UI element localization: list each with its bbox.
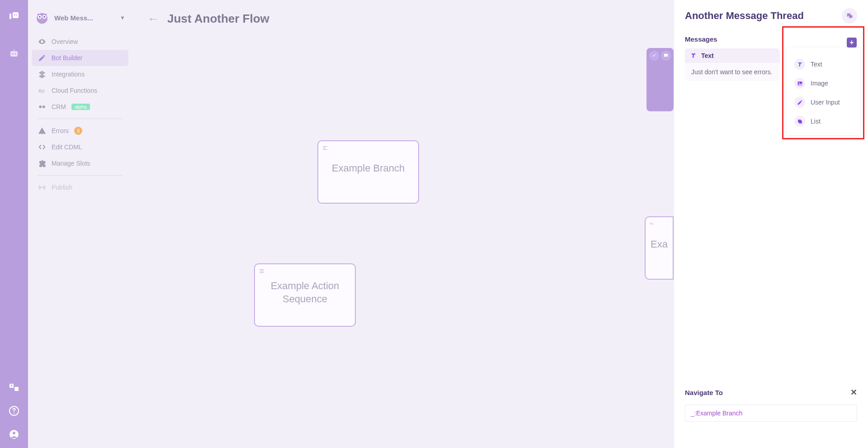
panel-chat-button[interactable] [842, 8, 857, 24]
navigate-to-label: Navigate To [685, 389, 723, 396]
alpha-badge: alpha [71, 104, 90, 110]
svg-point-18 [43, 16, 45, 18]
rail-help-icon[interactable] [5, 402, 23, 420]
dropdown-item-user-input[interactable]: User Input [793, 93, 854, 112]
navigate-to-select[interactable]: _:Example Branch [685, 405, 857, 422]
add-message-dropdown: Text Image User Input List [786, 48, 860, 135]
sidebar-item-integrations[interactable]: Integrations [32, 66, 128, 82]
add-message-button[interactable]: + [847, 38, 857, 48]
rail-account-icon[interactable] [5, 425, 23, 443]
message-card-body: Just don't want to see errors. [685, 63, 780, 81]
workspace-name: Web Mess... [54, 14, 93, 22]
node-example-action-sequence[interactable]: Example Action Sequence [254, 263, 356, 327]
pencil-icon [38, 54, 46, 62]
svg-text:f(x): f(x) [39, 89, 45, 93]
svg-point-3 [16, 14, 17, 15]
broadcast-icon [38, 183, 46, 191]
sidebar-item-label: Manage Slots [52, 160, 90, 167]
sidebar-item-edit-cdml[interactable]: Edit CDML [32, 139, 128, 155]
sidebar-item-label: Edit CDML [52, 143, 82, 151]
message-card[interactable]: Text Just don't want to see errors. [685, 48, 780, 81]
close-icon[interactable]: ✕ [850, 387, 857, 397]
sequence-icon [258, 267, 266, 275]
node-example-branch[interactable]: Example Branch [317, 140, 419, 204]
add-message-highlight: + Text Image User Input List [782, 26, 864, 139]
canvas-header: ← Just Another Flow [132, 0, 674, 26]
sidebar-item-manage-slots[interactable]: Manage Slots [32, 155, 128, 172]
errors-count-badge: 3 [74, 127, 82, 135]
sidebar-item-errors[interactable]: Errors 3 [32, 123, 128, 139]
dropdown-item-label: Image [811, 80, 828, 87]
sidebar-item-bot-builder[interactable]: Bot Builder [32, 50, 128, 66]
svg-rect-1 [13, 12, 19, 18]
divider [38, 175, 122, 176]
svg-point-17 [39, 16, 40, 18]
flow-title: Just Another Flow [167, 12, 269, 26]
sidebar-item-label: Cloud Functions [52, 87, 97, 94]
layers-icon [38, 70, 46, 78]
message-card-type: Text [701, 52, 714, 59]
message-card-header: Text [685, 48, 780, 63]
panel-title: Another Message Thread [685, 10, 804, 22]
sidebar: Web Mess... ▾ Overview Bot Builder Integ… [28, 0, 132, 448]
flow-canvas-area: ← Just Another Flow Example Branch Examp… [132, 0, 674, 448]
list-icon [794, 116, 805, 127]
svg-text:f(x): f(x) [650, 222, 653, 225]
dropdown-item-list[interactable]: List [793, 112, 854, 131]
back-arrow-icon[interactable]: ← [147, 12, 159, 26]
sidebar-item-overview[interactable]: Overview [32, 33, 128, 50]
rail-logo-icon[interactable] [5, 7, 23, 25]
eye-icon [38, 38, 46, 46]
svg-rect-26 [799, 120, 802, 124]
panel-header: Another Message Thread [685, 8, 857, 24]
app-rail [0, 0, 28, 448]
node-label: Example Action Sequence [268, 280, 342, 305]
branch-icon [321, 144, 329, 152]
thread-node[interactable] [646, 48, 674, 111]
svg-rect-0 [9, 14, 11, 19]
svg-point-24 [798, 82, 799, 83]
dropdown-item-label: List [811, 118, 821, 125]
dropdown-item-label: User Input [811, 99, 840, 106]
navigate-to-section: Navigate To ✕ _:Example Branch [685, 387, 857, 440]
dropdown-item-text[interactable]: Text [793, 55, 854, 74]
sidebar-item-label: Errors [52, 127, 69, 134]
sidebar-item-label: Integrations [52, 71, 85, 78]
svg-point-5 [12, 53, 14, 55]
handshake-icon [38, 103, 46, 111]
rail-bot-icon[interactable] [5, 44, 23, 62]
sidebar-item-publish[interactable]: Publish [32, 179, 128, 195]
sidebar-item-label: Bot Builder [52, 54, 82, 62]
sidebar-item-cloud-functions[interactable]: f(x) Cloud Functions [32, 82, 128, 99]
function-icon: f(x) [648, 220, 656, 228]
svg-rect-7 [14, 49, 14, 51]
svg-point-13 [13, 432, 15, 434]
chevron-down-icon: ▾ [121, 14, 124, 21]
svg-point-11 [14, 413, 14, 414]
svg-rect-9 [14, 387, 19, 391]
sidebar-item-crm[interactable]: CRM alpha [32, 99, 128, 115]
svg-point-6 [15, 53, 16, 55]
svg-point-2 [14, 14, 15, 15]
node-label: Exa [648, 238, 670, 251]
node-partial[interactable]: f(x) Exa [645, 216, 674, 280]
sidebar-item-label: Publish [52, 184, 72, 191]
chat-icon [661, 51, 671, 61]
text-type-icon [794, 59, 805, 70]
detail-panel: Another Message Thread Messages Text Jus… [674, 0, 868, 448]
puzzle-icon [38, 159, 46, 167]
navigate-to-value: _:Example Branch [691, 410, 742, 417]
check-icon [649, 51, 659, 61]
node-label: Example Branch [331, 162, 406, 175]
workspace-selector[interactable]: Web Mess... ▾ [32, 6, 128, 33]
code-icon [38, 143, 46, 151]
text-type-icon [690, 52, 697, 59]
owl-icon [34, 10, 50, 25]
function-icon: f(x) [38, 86, 46, 95]
warning-icon [38, 127, 46, 135]
dropdown-item-label: Text [811, 61, 822, 68]
divider [38, 119, 122, 119]
dropdown-item-image[interactable]: Image [793, 74, 854, 93]
pencil-icon [794, 97, 805, 108]
rail-translate-icon[interactable] [5, 378, 23, 396]
